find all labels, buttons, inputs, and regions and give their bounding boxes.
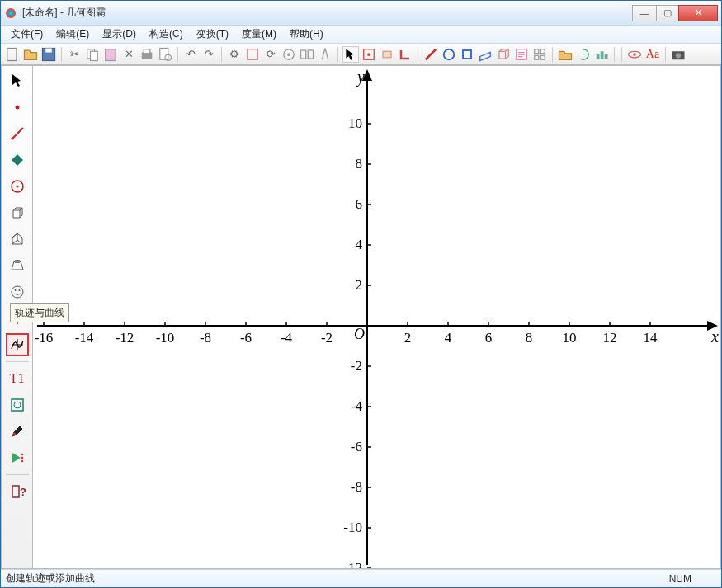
statusbar: 创建轨迹或添加曲线 NUM (1, 569, 721, 587)
toolbar-separator (665, 47, 666, 62)
delete-icon[interactable]: ✕ (120, 46, 137, 63)
circle-blue-icon[interactable] (441, 46, 457, 63)
point-tool[interactable] (6, 96, 29, 119)
menubar: 文件(F) 编辑(E) 显示(D) 构造(C) 变换(T) 度量(M) 帮助(H… (1, 26, 721, 44)
x-tick: -8 (194, 330, 217, 346)
svg-rect-16 (301, 50, 306, 59)
y-tick: -4 (336, 398, 362, 415)
toolbar-separator (221, 47, 222, 62)
svg-line-21 (426, 49, 437, 59)
svg-rect-52 (12, 486, 19, 497)
preview-icon[interactable] (157, 46, 173, 63)
rect-tool-icon[interactable] (379, 46, 395, 63)
copy-icon[interactable] (84, 46, 101, 63)
y-tick: -2 (336, 358, 362, 374)
circle-dot-tool[interactable] (6, 175, 29, 198)
svg-point-49 (21, 454, 23, 456)
titlebar[interactable]: [未命名] - 几何图霸 — ▢ ✕ (1, 1, 721, 26)
gear-icon[interactable]: ⚙ (226, 46, 243, 63)
svg-rect-20 (383, 51, 391, 58)
chart-icon[interactable] (593, 46, 610, 63)
x-tick: -2 (315, 330, 338, 346)
rhombus-tool[interactable] (6, 148, 29, 172)
pen-tool[interactable] (6, 420, 29, 443)
canvas[interactable]: yxO-16-14-12-10-8-6-4-22468101214108642-… (33, 66, 720, 568)
paste-icon[interactable] (102, 46, 119, 63)
toolbar-separator (61, 47, 62, 62)
print-icon[interactable] (139, 46, 155, 63)
square-blue-icon[interactable] (459, 46, 475, 63)
svg-point-22 (444, 49, 455, 59)
maximize-button[interactable]: ▢ (656, 5, 679, 21)
frustum-tool[interactable] (6, 254, 29, 277)
x-tick: 2 (396, 330, 419, 346)
menu-help[interactable]: 帮助(H) (283, 26, 330, 43)
window-title: [未命名] - 几何图霸 (22, 6, 633, 20)
help-tool[interactable]: ? (6, 480, 29, 503)
y-tick: -12 (336, 560, 362, 568)
tri-dots-tool[interactable] (6, 446, 29, 469)
cursor-tool[interactable] (6, 69, 29, 92)
point-tool-icon[interactable] (361, 46, 377, 63)
svg-rect-7 (91, 51, 98, 60)
script-icon[interactable] (513, 46, 530, 63)
open-icon[interactable] (22, 46, 39, 63)
svg-rect-8 (106, 49, 116, 60)
group-icon[interactable] (299, 46, 315, 63)
svg-point-40 (14, 289, 16, 291)
menu-measure[interactable]: 度量(M) (235, 26, 283, 43)
prism-tool[interactable] (6, 228, 29, 251)
box-icon[interactable] (495, 46, 512, 63)
cut-icon[interactable]: ✂ (66, 46, 83, 63)
smile-tool[interactable] (6, 280, 29, 303)
toolbar-separator (552, 47, 553, 62)
line-tool[interactable] (6, 122, 29, 145)
menu-edit[interactable]: 编辑(E) (50, 26, 96, 43)
plane-icon[interactable] (477, 46, 493, 63)
redo-icon[interactable]: ↷ (201, 46, 217, 63)
spiral-icon[interactable] (575, 46, 592, 63)
brackets-icon[interactable] (244, 46, 261, 63)
text-aa-icon[interactable]: Aa (644, 46, 661, 63)
grid-icon[interactable] (531, 46, 548, 63)
svg-point-37 (16, 186, 18, 188)
menu-construct[interactable]: 构造(C) (143, 26, 190, 43)
cycle-icon[interactable]: ⟳ (262, 46, 279, 63)
y-tick: 2 (336, 277, 362, 294)
minimize-button[interactable]: — (632, 5, 657, 21)
segment-red-icon[interactable] (422, 46, 439, 63)
svg-point-39 (12, 286, 23, 298)
y-tick: -6 (336, 439, 362, 455)
window-buttons: — ▢ ✕ (633, 5, 718, 21)
menu-file[interactable]: 文件(F) (4, 26, 50, 43)
magnify-tool[interactable] (6, 393, 29, 416)
y-tick: 8 (336, 156, 362, 172)
x-tick: -16 (33, 330, 55, 346)
text-tool[interactable]: T1 (6, 367, 29, 390)
save-icon[interactable] (40, 46, 57, 63)
folder-icon[interactable] (557, 46, 573, 63)
orbit-icon[interactable] (626, 46, 643, 63)
status-message: 创建轨迹或添加曲线 (6, 572, 95, 586)
svg-point-15 (287, 53, 290, 56)
close-button[interactable]: ✕ (678, 5, 718, 21)
y-tick: -10 (336, 520, 362, 536)
compass-icon[interactable] (317, 46, 333, 63)
curve-tool[interactable] (6, 333, 29, 356)
y-tick: 10 (336, 115, 362, 132)
new-icon[interactable] (4, 46, 21, 63)
menu-transform[interactable]: 变换(T) (190, 26, 235, 43)
toolbar-separator (614, 47, 615, 62)
corner-icon[interactable] (397, 46, 413, 63)
svg-rect-13 (248, 49, 258, 59)
x-tick: 14 (639, 330, 662, 346)
svg-point-50 (21, 457, 23, 459)
camera-icon[interactable] (670, 46, 687, 63)
svg-point-48 (14, 402, 21, 408)
x-tick: 12 (598, 330, 621, 346)
cube-tool[interactable] (6, 201, 29, 224)
target-icon[interactable] (281, 46, 297, 63)
undo-icon[interactable]: ↶ (182, 46, 199, 63)
arrow-sel-icon[interactable] (342, 46, 359, 63)
menu-display[interactable]: 显示(D) (96, 26, 143, 43)
